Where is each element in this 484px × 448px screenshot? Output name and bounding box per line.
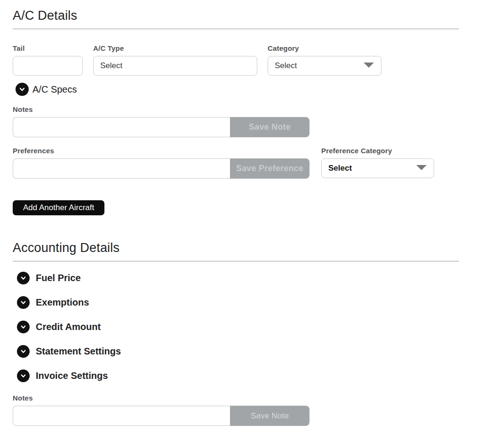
preference-category-group: Preference Category Select bbox=[321, 137, 434, 178]
preferences-row: Preferences Save Preference Preference C… bbox=[13, 137, 459, 179]
credit-amount-toggle[interactable]: Credit Amount bbox=[17, 321, 459, 333]
exemptions-toggle-label: Exemptions bbox=[36, 297, 89, 308]
chevron-down-circle-icon bbox=[17, 321, 30, 333]
category-select[interactable]: Select bbox=[268, 56, 381, 76]
save-preference-button[interactable]: Save Preference bbox=[230, 158, 309, 179]
preferences-input-group: Save Preference bbox=[13, 158, 309, 179]
statement-settings-toggle[interactable]: Statement Settings bbox=[17, 345, 459, 358]
credit-amount-toggle-label: Credit Amount bbox=[36, 322, 101, 332]
caret-down-icon bbox=[416, 164, 427, 173]
caret-down-icon bbox=[363, 61, 374, 71]
notes-input-group: Save Note bbox=[13, 117, 309, 137]
accounting-notes-input[interactable] bbox=[13, 406, 230, 426]
ac-fields-row: Tail A/C Type Select Category Select bbox=[13, 44, 459, 76]
chevron-down-circle-icon bbox=[17, 369, 30, 382]
preferences-field-group: Preferences Save Preference bbox=[13, 137, 309, 179]
section-divider bbox=[13, 261, 459, 261]
chevron-down-circle-icon bbox=[17, 296, 30, 309]
ac-type-label: A/C Type bbox=[93, 44, 257, 52]
preferences-label: Preferences bbox=[13, 147, 309, 155]
section-divider bbox=[13, 29, 459, 29]
tail-field-group: Tail bbox=[13, 44, 83, 76]
category-select-value: Select bbox=[275, 61, 297, 71]
category-field-group: Category Select bbox=[268, 44, 381, 76]
ac-type-field-group: A/C Type Select bbox=[93, 44, 257, 76]
chevron-down-circle-icon bbox=[16, 83, 29, 96]
accounting-toggle-list: Fuel Price Exemptions Credit Amount Stat… bbox=[17, 272, 459, 382]
preference-category-select-value: Select bbox=[328, 164, 352, 173]
accounting-details-title: Accounting Details bbox=[13, 241, 459, 255]
ac-type-select[interactable]: Select bbox=[93, 56, 257, 76]
chevron-down-circle-icon bbox=[17, 345, 30, 358]
notes-label: Notes bbox=[13, 105, 459, 113]
tail-label: Tail bbox=[13, 44, 83, 52]
exemptions-toggle[interactable]: Exemptions bbox=[17, 296, 459, 309]
chevron-down-circle-icon bbox=[17, 272, 30, 284]
save-note-button[interactable]: Save Note bbox=[230, 117, 309, 137]
invoice-settings-toggle[interactable]: Invoice Settings bbox=[17, 369, 459, 382]
statement-settings-toggle-label: Statement Settings bbox=[36, 346, 121, 357]
add-another-aircraft-button[interactable]: Add Another Aircraft bbox=[13, 200, 104, 215]
accounting-notes-label: Notes bbox=[13, 394, 459, 402]
fuel-price-toggle[interactable]: Fuel Price bbox=[17, 272, 459, 284]
ac-details-title: A/C Details bbox=[13, 8, 459, 23]
ac-specs-toggle[interactable]: A/C Specs bbox=[16, 83, 459, 96]
ac-type-select-value: Select bbox=[100, 61, 122, 71]
preferences-input[interactable] bbox=[13, 158, 230, 179]
preference-category-select[interactable]: Select bbox=[321, 158, 434, 178]
ac-specs-toggle-label: A/C Specs bbox=[32, 84, 77, 95]
notes-input[interactable] bbox=[13, 117, 230, 137]
invoice-settings-toggle-label: Invoice Settings bbox=[36, 370, 108, 381]
accounting-save-note-button[interactable]: Save Note bbox=[230, 406, 309, 426]
tail-input[interactable] bbox=[13, 56, 83, 76]
fuel-price-toggle-label: Fuel Price bbox=[36, 273, 81, 283]
preference-category-label: Preference Category bbox=[321, 147, 434, 155]
page-content: A/C Details Tail A/C Type Select Categor… bbox=[0, 0, 484, 426]
category-label: Category bbox=[268, 44, 381, 52]
accounting-notes-input-group: Save Note bbox=[13, 406, 309, 426]
